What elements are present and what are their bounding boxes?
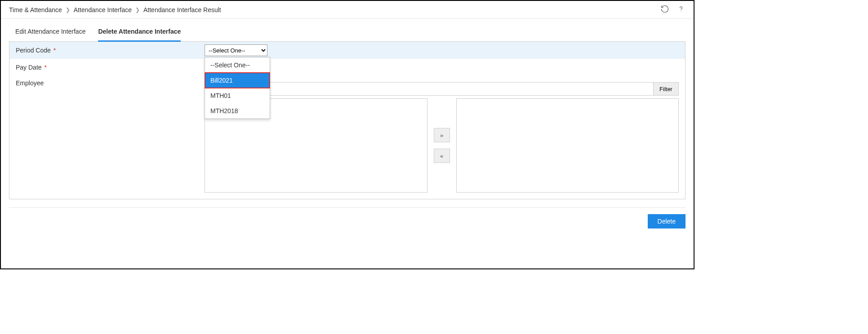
tab-edit[interactable]: Edit Attendance Interface (15, 28, 85, 42)
employee-filter-row: Filter (205, 82, 679, 96)
label-period-code: Period Code * (16, 47, 205, 54)
tab-bar: Edit Attendance Interface Delete Attenda… (9, 22, 685, 42)
move-left-button[interactable]: « (434, 149, 450, 163)
move-right-button[interactable]: » (434, 128, 450, 142)
employee-filter-input[interactable] (205, 82, 654, 96)
period-code-dropdown: --Select One-- Bill2021 MTH01 MTH2018 (205, 57, 270, 119)
help-icon[interactable] (677, 4, 685, 15)
dropdown-option-mth2018[interactable]: MTH2018 (205, 103, 270, 119)
dropdown-option-placeholder[interactable]: --Select One-- (205, 57, 270, 73)
scroll-spacer (9, 229, 685, 264)
label-employee-text: Employee (16, 79, 44, 87)
label-pay-date: Pay Date * (16, 64, 205, 71)
employee-move-controls: » « (434, 128, 450, 163)
footer-actions: Delete (9, 207, 685, 229)
header-bar: Time & Attendance ❯ Attendance Interface… (1, 1, 694, 19)
chevron-right-icon: ❯ (135, 7, 140, 13)
delete-button[interactable]: Delete (648, 214, 685, 229)
breadcrumb-l2[interactable]: Attendance Interface (74, 6, 132, 13)
row-employee: Employee Filter » « (9, 76, 685, 199)
tab-delete[interactable]: Delete Attendance Interface (98, 28, 181, 42)
app-window: Time & Attendance ❯ Attendance Interface… (0, 0, 694, 269)
breadcrumb-l1[interactable]: Time & Attendance (9, 6, 62, 13)
employee-selected-list[interactable] (456, 98, 679, 193)
row-pay-date: Pay Date * (9, 59, 685, 76)
row-period-code: Period Code * --Select One-- --Select On… (9, 42, 685, 59)
header-actions (660, 4, 685, 15)
label-pay-date-text: Pay Date (16, 64, 42, 71)
period-code-select[interactable]: --Select One-- (205, 44, 267, 56)
dropdown-option-mth01[interactable]: MTH01 (205, 88, 270, 103)
chevron-right-icon: ❯ (66, 7, 70, 13)
required-asterisk: * (53, 47, 56, 54)
label-period-code-text: Period Code (16, 47, 51, 54)
filter-button[interactable]: Filter (654, 82, 679, 96)
content-area[interactable]: Edit Attendance Interface Delete Attenda… (1, 22, 694, 268)
label-employee: Employee (16, 79, 205, 87)
breadcrumb-l3: Attendance Interface Result (143, 6, 221, 13)
form-panel: Period Code * --Select One-- --Select On… (9, 41, 685, 199)
dropdown-option-bill2021[interactable]: Bill2021 (205, 73, 270, 88)
period-code-select-wrap: --Select One-- --Select One-- Bill2021 M… (205, 44, 267, 56)
refresh-icon[interactable] (660, 4, 669, 15)
employee-dual-list: » « (205, 98, 679, 193)
required-asterisk: * (44, 64, 46, 71)
employee-picker-area: Filter » « (205, 79, 679, 193)
svg-point-0 (681, 11, 681, 11)
breadcrumb: Time & Attendance ❯ Attendance Interface… (9, 6, 221, 13)
